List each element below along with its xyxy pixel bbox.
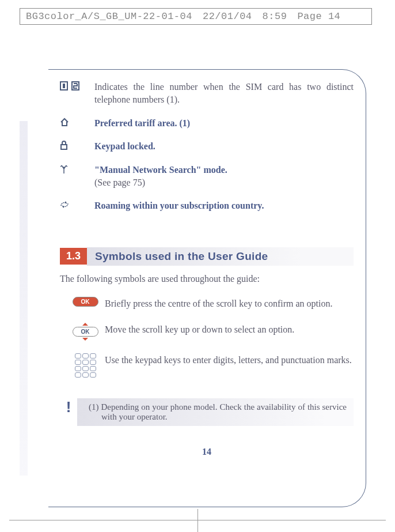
- symbol-row-ok-scroll: OK Move the scroll key up or down to sel…: [60, 323, 354, 341]
- keypad-icon: [66, 353, 105, 378]
- status-text: "Manual Network Search" mode. (See page …: [94, 164, 354, 190]
- crop-mark-vertical: [198, 509, 198, 532]
- status-row-roaming: Roaming within your subscription country…: [60, 199, 354, 212]
- side-tab-accent: [20, 121, 28, 476]
- svg-rect-1: [63, 84, 65, 88]
- status-text: Keypad locked.: [94, 140, 354, 153]
- section-heading: 1.3 Symbols used in the User Guide: [60, 247, 354, 266]
- ok-press-icon: OK: [66, 297, 105, 307]
- status-row-manual-network: "Manual Network Search" mode. (See page …: [60, 164, 354, 190]
- status-text-plain: (See page 75): [94, 178, 145, 187]
- footnote: ! (1) Depending on your phone model. Che…: [60, 398, 354, 426]
- print-header: BG3color_A/S_GB_UM-22-01-04 22/01/04 8:5…: [20, 8, 372, 25]
- antenna-icon: [60, 164, 94, 173]
- symbol-text: Move the scroll key up or down to select…: [105, 323, 354, 336]
- status-text: Preferred tariff area. (1): [94, 117, 354, 130]
- section-intro: The following symbols are used throughou…: [60, 274, 354, 284]
- status-text-bold: "Manual Network Search" mode.: [94, 165, 227, 175]
- print-page: Page 14: [297, 11, 340, 22]
- print-file: BG3color_A/S_GB_UM-22-01-04: [26, 11, 192, 22]
- symbol-row-ok-press: OK Briefly press the centre of the scrol…: [60, 297, 354, 310]
- print-time: 8:59: [263, 11, 287, 22]
- status-text: Indicates the line number when the SIM c…: [94, 81, 354, 107]
- roaming-icon: [60, 199, 94, 209]
- status-row-tariff: Preferred tariff area. (1): [60, 117, 354, 130]
- symbol-text: Briefly press the centre of the scroll k…: [105, 297, 354, 310]
- page-number: 14: [60, 447, 354, 457]
- symbol-text: Use the keypad keys to enter digits, let…: [105, 353, 354, 367]
- house-icon: [60, 117, 94, 127]
- status-row-line-number: Indicates the line number when the SIM c…: [60, 81, 354, 107]
- print-date: 22/01/04: [203, 11, 252, 22]
- section-number: 1.3: [60, 248, 87, 265]
- symbol-row-keypad: Use the keypad keys to enter digits, let…: [60, 353, 354, 378]
- status-text: Roaming within your subscription country…: [94, 199, 354, 212]
- footnote-text: (1) Depending on your phone model. Check…: [77, 398, 354, 426]
- lock-icon: [60, 140, 94, 150]
- ok-scroll-icon: OK: [66, 323, 105, 341]
- section-title: Symbols used in the User Guide: [87, 247, 354, 266]
- line-1-2-icon: [60, 81, 94, 90]
- svg-rect-3: [61, 145, 67, 149]
- exclamation-icon: !: [60, 398, 77, 416]
- status-row-keypad-locked: Keypad locked.: [60, 140, 354, 153]
- page-content: Indicates the line number when the SIM c…: [60, 81, 354, 457]
